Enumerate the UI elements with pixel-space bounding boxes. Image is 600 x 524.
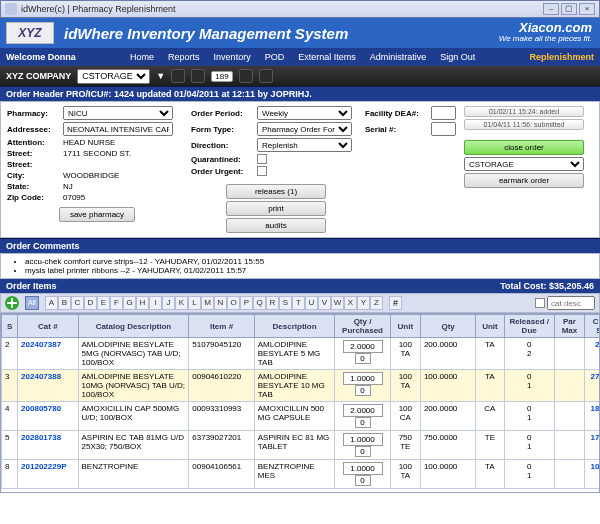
col-header[interactable]: Par Max xyxy=(554,315,584,338)
qty-field[interactable]: 1.0000 xyxy=(343,462,383,475)
alpha-letter-e[interactable]: E xyxy=(97,296,110,310)
row-seq: 4 xyxy=(2,402,18,431)
col-header[interactable]: Released / Due xyxy=(504,315,554,338)
alpha-letter-p[interactable]: P xyxy=(240,296,253,310)
qty-zero-button[interactable]: 0 xyxy=(355,417,371,428)
cat-link[interactable]: 202407388 xyxy=(21,372,61,381)
alpha-letter-l[interactable]: L xyxy=(188,296,201,310)
audits-button[interactable]: audits xyxy=(226,218,326,233)
storage-select[interactable]: CSTORAGE xyxy=(77,69,150,84)
mail-icon[interactable] xyxy=(191,69,205,83)
qty-field[interactable]: 2.0000 xyxy=(343,340,383,353)
alpha-letter-h[interactable]: H xyxy=(136,296,149,310)
menu-external-items[interactable]: External Items xyxy=(298,52,356,62)
table-row: 4200805780AMOXICILLIN CAP 500MG U/D; 100… xyxy=(2,402,601,431)
alpha-letter-r[interactable]: R xyxy=(266,296,279,310)
addressee-field[interactable] xyxy=(63,122,173,136)
cat-link[interactable]: 202801738 xyxy=(21,433,61,442)
qty-zero-button[interactable]: 0 xyxy=(355,446,371,457)
releases-button[interactable]: releases (1) xyxy=(226,184,326,199)
print-button[interactable]: print xyxy=(226,201,326,216)
qty-field[interactable]: 2.0000 xyxy=(343,404,383,417)
catdesc-input[interactable] xyxy=(547,296,595,310)
col-header[interactable]: Description xyxy=(254,315,335,338)
cat-link[interactable]: 200805780 xyxy=(21,404,61,413)
alpha-letter-g[interactable]: G xyxy=(123,296,136,310)
col-header[interactable]: Unit xyxy=(390,315,420,338)
alpha-letter-d[interactable]: D xyxy=(84,296,97,310)
alpha-letter-a[interactable]: A xyxy=(45,296,58,310)
col-header[interactable]: Cat # xyxy=(18,315,78,338)
col-header[interactable]: Catalog Description xyxy=(78,315,189,338)
qty-zero-button[interactable]: 0 xyxy=(355,385,371,396)
alpha-letter-n[interactable]: N xyxy=(214,296,227,310)
urgent-checkbox[interactable] xyxy=(257,166,267,176)
direction-select[interactable]: Replenish xyxy=(257,138,352,152)
form-type-select[interactable]: Pharmacy Order Form xyxy=(257,122,352,136)
alpha-letter-k[interactable]: K xyxy=(175,296,188,310)
alpha-letter-s[interactable]: S xyxy=(279,296,292,310)
unit2: TE xyxy=(476,431,504,460)
close-order-button[interactable]: close order xyxy=(464,140,584,155)
alpha-letter-w[interactable]: W xyxy=(331,296,344,310)
alpha-letter-q[interactable]: Q xyxy=(253,296,266,310)
serial-field[interactable] xyxy=(431,122,456,136)
cat-link[interactable]: 201202229P xyxy=(21,462,66,471)
order-period-select[interactable]: Weekly xyxy=(257,106,352,120)
alpha-letter-m[interactable]: M xyxy=(201,296,214,310)
user-icon[interactable] xyxy=(259,69,273,83)
alpha-letter-z[interactable]: Z xyxy=(370,296,383,310)
menu-administrative[interactable]: Administrative xyxy=(370,52,427,62)
city-value: WOODBRIDGE xyxy=(63,171,119,180)
quarantined-checkbox[interactable] xyxy=(257,154,267,164)
alpha-letter-c[interactable]: C xyxy=(71,296,84,310)
facility-dea-field[interactable] xyxy=(431,106,456,120)
col-header[interactable]: Qty xyxy=(420,315,475,338)
alpha-letter-x[interactable]: X xyxy=(344,296,357,310)
alpha-letter-v[interactable]: V xyxy=(318,296,331,310)
print-icon[interactable] xyxy=(171,69,185,83)
col-header[interactable]: Unit xyxy=(476,315,504,338)
alpha-all-button[interactable]: All xyxy=(25,296,39,310)
menu-pod[interactable]: POD xyxy=(265,52,285,62)
alpha-letter-j[interactable]: J xyxy=(162,296,175,310)
pharmacy-select[interactable]: NICU xyxy=(63,106,173,120)
col-header[interactable]: Current Stock xyxy=(585,315,600,338)
save-pharmacy-button[interactable]: save pharmacy xyxy=(59,207,135,222)
alpha-letter-i[interactable]: I xyxy=(149,296,162,310)
qty-field[interactable]: 1.0000 xyxy=(343,433,383,446)
window-min-button[interactable]: – xyxy=(543,3,559,15)
catdesc-checkbox[interactable] xyxy=(535,298,545,308)
cat-link[interactable]: 202407387 xyxy=(21,340,61,349)
timestamp-added: 01/02/11 15:24: added xyxy=(464,106,584,117)
col-header[interactable]: Item # xyxy=(189,315,254,338)
col-header[interactable]: S xyxy=(2,315,18,338)
alpha-letter-o[interactable]: O xyxy=(227,296,240,310)
alpha-letter-b[interactable]: B xyxy=(58,296,71,310)
menu-inventory[interactable]: Inventory xyxy=(214,52,251,62)
qty-zero-button[interactable]: 0 xyxy=(355,353,371,364)
alpha-letter-y[interactable]: Y xyxy=(357,296,370,310)
alpha-hash-button[interactable]: # xyxy=(389,296,402,310)
row-seq: 3 xyxy=(2,370,18,402)
window-max-button[interactable]: ▢ xyxy=(561,3,577,15)
menu-home[interactable]: Home xyxy=(130,52,154,62)
items-grid[interactable]: SCat #Catalog DescriptionItem #Descripti… xyxy=(0,313,600,493)
app-title: idWhere Inventory Management System xyxy=(64,25,348,42)
qty-zero-button[interactable]: 0 xyxy=(355,475,371,486)
menu-sign-out[interactable]: Sign Out xyxy=(440,52,475,62)
brand-bar: XYZ idWhere Inventory Management System … xyxy=(0,18,600,48)
col-header[interactable]: Qty / Purchased xyxy=(335,315,390,338)
cstorage-select[interactable]: CSTORAGE xyxy=(464,157,584,171)
alpha-letter-u[interactable]: U xyxy=(305,296,318,310)
pharmacy-label: Pharmacy: xyxy=(7,109,59,118)
add-item-icon[interactable] xyxy=(5,296,19,310)
earmark-order-button[interactable]: earmark order xyxy=(464,173,584,188)
alpha-letter-f[interactable]: F xyxy=(110,296,123,310)
menu-reports[interactable]: Reports xyxy=(168,52,200,62)
company-name: XYZ COMPANY xyxy=(6,71,71,81)
flag-icon[interactable] xyxy=(239,69,253,83)
window-close-button[interactable]: × xyxy=(579,3,595,15)
qty-field[interactable]: 1.0000 xyxy=(343,372,383,385)
alpha-letter-t[interactable]: T xyxy=(292,296,305,310)
